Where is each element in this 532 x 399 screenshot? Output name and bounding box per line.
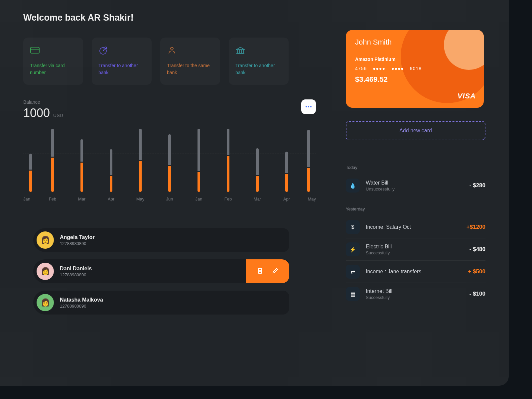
balance-label: Balance xyxy=(23,99,63,105)
action-label: Transfer to another bank xyxy=(98,62,145,76)
card-icon xyxy=(30,46,40,56)
chart-bar xyxy=(184,129,213,192)
avatar: 👩 xyxy=(37,263,54,280)
chart-axis: JanFebMarAprMayJunJanFebMarAprMay xyxy=(23,197,316,201)
edit-icon[interactable] xyxy=(272,267,279,275)
action-transfer-card-number[interactable]: Transfer via card number xyxy=(23,38,83,85)
chart-bar xyxy=(213,129,243,192)
chart-bar xyxy=(155,129,184,192)
action-transfer-other-bank[interactable]: Transfer to another bank xyxy=(92,38,152,85)
tx-title: Electric Bill xyxy=(366,244,464,250)
card-holder: John Smith xyxy=(355,38,474,47)
contact-row[interactable]: 👩Dani Daniels12788980890 xyxy=(33,259,289,283)
card-plan: Amazon Platinium xyxy=(355,57,474,62)
chart-bar xyxy=(96,129,126,192)
electric-icon: ⚡ xyxy=(346,242,360,256)
transaction-row[interactable]: ▤Internet BillSuccessfully- $100 xyxy=(346,283,485,305)
axis-label: Apr xyxy=(96,197,126,201)
tx-amount: - $280 xyxy=(469,182,485,189)
transfer-icon: ⇄ xyxy=(346,265,360,279)
add-card-button[interactable]: Add new card xyxy=(346,121,485,140)
right-column: John Smith Amazon Platinium 4756●●●●●●●●… xyxy=(346,13,485,372)
transaction-row[interactable]: $Income: Salary Oct+$1200 xyxy=(346,216,485,238)
chart-more-button[interactable] xyxy=(301,99,316,114)
contact-actions xyxy=(246,259,289,283)
card-balance: $3.469.52 xyxy=(355,75,474,84)
axis-label: Apr xyxy=(272,197,301,201)
contact-number: 12788980890 xyxy=(60,241,95,246)
transaction-row[interactable]: ⇄Income : Jane transfers+ $500 xyxy=(346,261,485,283)
tx-day-today: Today xyxy=(346,165,485,170)
tx-title: Income: Salary Oct xyxy=(366,224,461,230)
transaction-row[interactable]: ⚡Electric BillSuccessfully- $480 xyxy=(346,238,485,261)
dashboard-panel: Welcome back AR Shakir! Transfer via car… xyxy=(0,0,509,386)
tx-day-yesterday: Yesterday xyxy=(346,206,485,211)
svg-rect-0 xyxy=(31,47,39,53)
person-icon xyxy=(167,46,177,56)
action-label: Transfer via card number xyxy=(30,62,76,76)
action-label: Transfer to another bank xyxy=(235,62,282,76)
action-transfer-other-bank-2[interactable]: Transfer to another bank xyxy=(229,38,289,85)
water-icon: 💧 xyxy=(346,179,360,193)
chart-bar xyxy=(243,129,272,192)
tx-title: Internet Bill xyxy=(366,288,464,294)
internet-icon: ▤ xyxy=(346,287,360,301)
axis-label: Jun xyxy=(155,197,184,201)
contact-name: Dani Daniels xyxy=(60,266,92,272)
axis-label: May xyxy=(126,197,155,201)
bank-icon xyxy=(235,46,245,56)
balance-currency: USD xyxy=(53,113,63,118)
axis-label: Mar xyxy=(243,197,272,201)
chart-bar xyxy=(67,129,96,192)
quick-actions-row: Transfer via card number Transfer to ano… xyxy=(23,38,316,85)
balance-chart xyxy=(23,129,316,192)
card-brand: VISA xyxy=(458,92,476,100)
axis-label: Feb xyxy=(213,197,243,201)
chart-bar xyxy=(23,129,38,192)
chart-bar xyxy=(272,129,301,192)
action-label: Transfer to the same bank xyxy=(167,62,213,76)
credit-card[interactable]: John Smith Amazon Platinium 4756●●●●●●●●… xyxy=(346,30,484,108)
chart-bar xyxy=(38,129,67,192)
tx-amount: +$1200 xyxy=(466,224,485,230)
salary-icon: $ xyxy=(346,220,360,234)
axis-label: Jan xyxy=(23,197,38,201)
contact-row[interactable]: 👩Angela Taylor12788980890 xyxy=(33,228,289,252)
axis-label: Jan xyxy=(184,197,213,201)
transaction-row[interactable]: 💧Water BillUnsuccessfully- $280 xyxy=(346,175,485,197)
axis-label: May xyxy=(301,197,316,201)
axis-label: Feb xyxy=(38,197,67,201)
contact-row[interactable]: 👩Natasha Malkova12788980890 xyxy=(33,291,289,315)
tx-title: Water Bill xyxy=(366,180,464,186)
delete-icon[interactable] xyxy=(257,267,263,276)
avatar: 👩 xyxy=(37,231,54,249)
contact-number: 12788980890 xyxy=(60,272,92,277)
transactions-section: Today 💧Water BillUnsuccessfully- $280 Ye… xyxy=(346,155,485,305)
axis-label: Mar xyxy=(67,197,96,201)
tx-title: Income : Jane transfers xyxy=(366,269,462,275)
pie-icon xyxy=(98,46,108,56)
tx-amount: - $480 xyxy=(469,246,485,253)
tx-amount: + $500 xyxy=(468,268,485,275)
tx-status: Unsuccessfully xyxy=(366,187,464,192)
contact-name: Angela Taylor xyxy=(60,234,95,240)
card-number: 4756●●●●●●●●9018 xyxy=(355,66,474,71)
avatar: 👩 xyxy=(37,294,54,311)
action-transfer-same-bank[interactable]: Transfer to the same bank xyxy=(160,38,220,85)
tx-amount: - $100 xyxy=(469,291,485,297)
tx-status: Successfully xyxy=(366,295,464,300)
svg-point-4 xyxy=(171,47,173,50)
contacts-list: 👩Angela Taylor12788980890👩Dani Daniels12… xyxy=(23,228,316,315)
contact-number: 12788980890 xyxy=(60,304,103,309)
contact-name: Natasha Malkova xyxy=(60,297,103,303)
welcome-heading: Welcome back AR Shakir! xyxy=(23,13,316,23)
left-column: Welcome back AR Shakir! Transfer via car… xyxy=(23,13,316,372)
chart-bar xyxy=(126,129,155,192)
balance-value: 1000 xyxy=(23,106,50,120)
tx-status: Successfully xyxy=(366,250,464,255)
chart-bar xyxy=(301,129,316,192)
